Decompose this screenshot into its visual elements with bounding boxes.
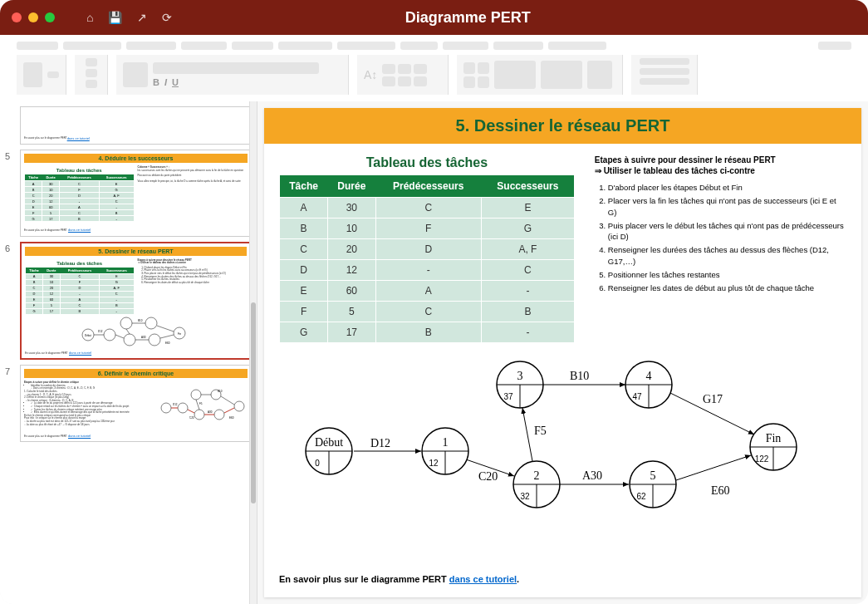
svg-text:0: 0 bbox=[315, 459, 320, 468]
titlebar-icons: ⌂ 💾 ↗ ⟳ bbox=[86, 11, 172, 24]
svg-text:37: 37 bbox=[503, 392, 513, 401]
steps-subtitle: ⇒ Utiliser le tableau des tâches ci-cont… bbox=[595, 166, 846, 175]
svg-text:Fin: Fin bbox=[177, 332, 180, 336]
slide-title: 5. Dessiner le réseau PERT bbox=[264, 108, 861, 144]
thumbnail-pert-diagram: Début Fin D12B10 A30E60 bbox=[78, 315, 194, 350]
svg-text:122: 122 bbox=[755, 454, 769, 464]
svg-text:5: 5 bbox=[650, 469, 656, 482]
svg-text:F5: F5 bbox=[199, 402, 203, 405]
ribbon-groups: BIU A↕ bbox=[17, 55, 851, 95]
step-item: Renseigner les dates de début au plus tô… bbox=[608, 282, 846, 293]
steps-title: Etapes à suivre pour dessiner le réseau … bbox=[595, 155, 846, 165]
col-header: Successeurs bbox=[481, 175, 574, 198]
table-header-row: Tâche Durée Prédécesseurs Successeurs bbox=[280, 175, 575, 198]
step-item: Puis placer vers le début les tâches qui… bbox=[608, 220, 846, 243]
svg-point-2 bbox=[124, 334, 135, 346]
svg-text:A30: A30 bbox=[582, 469, 602, 482]
svg-line-30 bbox=[224, 408, 234, 413]
col-header: Tâche bbox=[280, 175, 328, 198]
step-item: Positionner les tâches restantes bbox=[608, 269, 846, 280]
svg-text:12: 12 bbox=[429, 459, 439, 468]
ribbon-tab[interactable] bbox=[818, 42, 851, 50]
table-row: A30CE bbox=[280, 198, 575, 219]
slide-number: 6 bbox=[5, 242, 17, 361]
ribbon-tab[interactable] bbox=[232, 42, 273, 50]
svg-text:E60: E60 bbox=[229, 416, 234, 420]
pert-diagram: D12 C20 F5 B10 A30 G17 E60 Début 0 bbox=[279, 351, 827, 526]
ribbon-tab[interactable] bbox=[126, 42, 176, 50]
pert-node-4: 4 47 bbox=[625, 361, 672, 408]
svg-line-8 bbox=[115, 335, 124, 338]
maximize-window-button[interactable] bbox=[45, 12, 55, 22]
svg-point-23 bbox=[191, 390, 201, 400]
svg-line-12 bbox=[157, 326, 174, 331]
save-icon[interactable]: 💾 bbox=[108, 11, 122, 24]
svg-text:2: 2 bbox=[534, 469, 540, 482]
slide-number: 7 bbox=[5, 365, 17, 442]
ribbon: BIU A↕ bbox=[0, 35, 868, 101]
ribbon-tab[interactable] bbox=[278, 42, 332, 50]
step-item: Renseigner les durées des tâches au dess… bbox=[608, 244, 846, 267]
ribbon-tabs bbox=[17, 42, 851, 50]
close-window-button[interactable] bbox=[12, 12, 22, 22]
svg-point-3 bbox=[120, 317, 132, 329]
ribbon-tab[interactable] bbox=[181, 42, 227, 50]
refresh-icon[interactable]: ⟳ bbox=[162, 11, 172, 24]
svg-text:C20: C20 bbox=[478, 470, 498, 483]
svg-text:32: 32 bbox=[520, 492, 530, 501]
svg-line-52 bbox=[676, 455, 751, 480]
thumbnail-partial-4[interactable]: En savoir plus sur le diagramme PERT dan… bbox=[5, 106, 252, 145]
svg-text:D12: D12 bbox=[98, 330, 103, 333]
slide-footer: En savoir plus sur le diagramme PERT dan… bbox=[279, 574, 519, 584]
steps-list: D'abord placer les étapes Début et Fin P… bbox=[595, 182, 846, 294]
svg-text:E60: E60 bbox=[711, 484, 730, 497]
home-icon[interactable]: ⌂ bbox=[86, 11, 93, 24]
svg-text:D12: D12 bbox=[173, 403, 178, 406]
share-icon[interactable]: ↗ bbox=[137, 11, 147, 24]
minimize-window-button[interactable] bbox=[28, 12, 38, 22]
thumbnail-pert-diagram: B10C20 A30F5 E60D12 bbox=[158, 381, 249, 431]
ribbon-tab[interactable] bbox=[493, 42, 543, 50]
pert-node-3: 3 37 bbox=[497, 361, 543, 408]
slide-thumbnails-panel[interactable]: En savoir plus sur le diagramme PERT dan… bbox=[0, 101, 257, 604]
svg-text:C20: C20 bbox=[189, 416, 194, 420]
ribbon-tab[interactable] bbox=[63, 42, 121, 50]
svg-text:E60: E60 bbox=[165, 341, 170, 345]
ribbon-tab[interactable] bbox=[337, 42, 395, 50]
table-row: F5CB bbox=[280, 302, 575, 322]
table-title: Tableau des tâches bbox=[279, 155, 575, 170]
window-title: Diagramme PERT bbox=[179, 9, 757, 27]
pert-node-debut: Début 0 bbox=[306, 428, 352, 474]
col-header: Prédécesseurs bbox=[375, 175, 481, 198]
svg-point-5 bbox=[149, 334, 160, 346]
thumbnail-slide-7[interactable]: 7 6. Définir le chemin critique Etapes à… bbox=[5, 365, 252, 442]
pert-node-2: 2 32 bbox=[513, 461, 560, 508]
svg-line-28 bbox=[188, 410, 194, 413]
table-row: G17B- bbox=[280, 322, 575, 343]
thumbnail-slide-6[interactable]: 6 5. Dessiner le réseau PERT Tableau des… bbox=[5, 242, 252, 361]
workspace: En savoir plus sur le diagramme PERT dan… bbox=[0, 101, 868, 604]
svg-text:3: 3 bbox=[517, 370, 523, 382]
svg-text:1: 1 bbox=[443, 436, 449, 449]
svg-text:47: 47 bbox=[632, 392, 642, 401]
thumbnail-slide-5[interactable]: 5 4. Déduire les successeurs Tableau des… bbox=[5, 150, 252, 237]
svg-text:B10: B10 bbox=[138, 319, 143, 322]
svg-text:B10: B10 bbox=[570, 370, 589, 382]
step-item: Placer vers la fin les tâches qui n'ont … bbox=[608, 195, 846, 218]
thumbnails-scrollbar[interactable] bbox=[249, 101, 257, 604]
tasks-table: Tâche Durée Prédécesseurs Successeurs A3… bbox=[279, 175, 575, 343]
table-row: C20DA, F bbox=[280, 239, 575, 260]
pert-node-5: 5 62 bbox=[630, 461, 676, 508]
table-row: B10FG bbox=[280, 219, 575, 239]
ribbon-tab[interactable] bbox=[548, 42, 606, 50]
svg-line-44 bbox=[522, 408, 532, 461]
main-slide: 5. Dessiner le réseau PERT Tableau des t… bbox=[264, 108, 861, 597]
svg-text:F5: F5 bbox=[534, 425, 547, 437]
ribbon-tab[interactable] bbox=[17, 42, 58, 50]
svg-line-13 bbox=[160, 335, 174, 338]
tutorial-link[interactable]: dans ce tutoriel bbox=[449, 574, 517, 584]
svg-text:B10: B10 bbox=[218, 390, 223, 393]
ribbon-tab[interactable] bbox=[400, 42, 438, 50]
ribbon-tab[interactable] bbox=[443, 42, 488, 50]
pert-node-fin: Fin 122 bbox=[750, 424, 797, 470]
